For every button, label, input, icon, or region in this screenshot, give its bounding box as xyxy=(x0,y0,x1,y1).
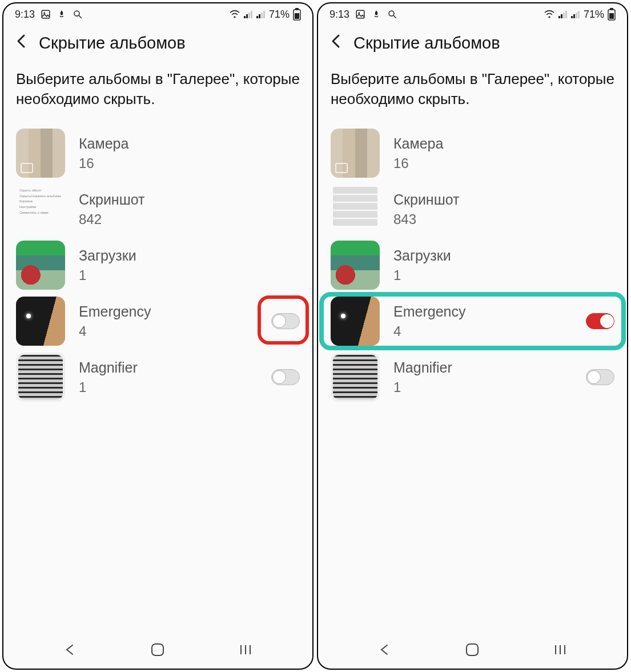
search-icon xyxy=(387,9,397,19)
status-time: 9:13 xyxy=(329,9,349,21)
search-icon xyxy=(73,9,83,19)
svg-rect-30 xyxy=(573,14,575,18)
page-title: Скрытие альбомов xyxy=(39,34,186,53)
album-name: Magnifier xyxy=(79,359,264,376)
wifi-icon xyxy=(544,10,555,19)
phone-screenshot-left: 9:13 71% Скрытие альбомов Выберите альбо… xyxy=(2,2,314,670)
app-header: Скрытие альбомов xyxy=(3,23,312,59)
svg-rect-16 xyxy=(152,644,163,655)
album-row-emergency[interactable]: Emergency 4 xyxy=(318,293,627,349)
svg-point-21 xyxy=(358,12,360,14)
signal-icon-2 xyxy=(571,10,580,18)
svg-rect-6 xyxy=(246,14,248,18)
album-name: Magnifier xyxy=(393,359,579,376)
album-count: 1 xyxy=(79,267,300,283)
subtitle: Выберите альбомы в "Галерее", которые не… xyxy=(3,59,312,125)
signal-icon-2 xyxy=(256,10,266,18)
album-row-magnifier[interactable]: Magnifier 1 xyxy=(3,349,312,405)
album-name: Загрузки xyxy=(79,247,300,264)
weather-icon xyxy=(57,9,67,19)
status-bar: 9:13 71% xyxy=(318,3,627,23)
status-time: 9:13 xyxy=(15,9,35,21)
page-title: Скрытие альбомов xyxy=(353,34,500,53)
back-button[interactable] xyxy=(16,33,27,53)
album-count: 842 xyxy=(79,211,300,227)
album-name: Emergency xyxy=(393,303,579,320)
svg-rect-10 xyxy=(259,14,260,18)
svg-rect-35 xyxy=(609,13,614,19)
svg-rect-8 xyxy=(251,11,252,18)
nav-home[interactable] xyxy=(449,642,495,657)
album-thumbnail xyxy=(16,241,65,290)
album-count: 4 xyxy=(393,323,579,339)
album-thumbnail xyxy=(331,297,380,346)
image-icon xyxy=(41,9,51,19)
album-thumbnail: Скрыть albumСкрыть/показать альбомыКорзи… xyxy=(16,185,65,234)
svg-rect-20 xyxy=(356,10,364,18)
album-thumbnail xyxy=(331,353,380,402)
weather-icon xyxy=(371,9,381,19)
svg-rect-9 xyxy=(256,16,258,18)
svg-rect-25 xyxy=(558,16,560,18)
nav-recents[interactable] xyxy=(223,644,268,655)
nav-home[interactable] xyxy=(135,642,180,657)
app-header: Скрытие альбомов xyxy=(318,23,627,59)
svg-point-24 xyxy=(548,16,550,18)
album-count: 16 xyxy=(393,155,614,171)
subtitle: Выберите альбомы в "Галерее", которые не… xyxy=(318,59,627,125)
nav-back[interactable] xyxy=(47,643,93,657)
svg-rect-26 xyxy=(561,14,562,18)
album-name: Камера xyxy=(393,135,614,152)
nav-bar xyxy=(318,634,627,669)
hide-toggle[interactable] xyxy=(271,313,300,329)
album-list: Камера 16 Скрыть albumСкрыть/показать ал… xyxy=(3,125,312,634)
album-thumbnail xyxy=(331,185,380,234)
hide-toggle[interactable] xyxy=(271,369,300,385)
svg-line-3 xyxy=(79,15,82,18)
svg-rect-28 xyxy=(565,11,567,18)
image-icon xyxy=(355,9,365,19)
album-thumbnail xyxy=(16,129,65,178)
album-thumbnail xyxy=(16,297,65,346)
nav-back[interactable] xyxy=(362,643,408,657)
album-row-magnifier[interactable]: Magnifier 1 xyxy=(318,349,627,405)
phone-screenshot-right: 9:13 71% Скрытие альбомов Выберите альбо… xyxy=(317,2,628,670)
album-list: Камера 16 Скриншот 843 Загрузки 1 Emerge… xyxy=(318,125,627,634)
album-count: 1 xyxy=(79,379,264,395)
battery-icon xyxy=(608,8,616,21)
svg-rect-15 xyxy=(295,13,299,19)
album-name: Emergency xyxy=(79,303,264,320)
battery-icon xyxy=(293,8,301,21)
status-bar: 9:13 71% xyxy=(3,3,312,23)
album-name: Камера xyxy=(79,135,300,152)
back-button[interactable] xyxy=(331,33,342,53)
album-row-screenshot[interactable]: Скриншот 843 xyxy=(318,181,627,237)
hide-toggle[interactable] xyxy=(586,313,614,329)
album-name: Загрузки xyxy=(393,247,614,264)
svg-rect-36 xyxy=(467,644,478,655)
hide-toggle[interactable] xyxy=(586,369,614,385)
svg-rect-0 xyxy=(42,10,50,18)
svg-rect-7 xyxy=(248,13,250,18)
svg-rect-29 xyxy=(571,16,573,18)
nav-recents[interactable] xyxy=(537,644,583,655)
signal-icon-1 xyxy=(558,10,568,18)
wifi-icon xyxy=(229,10,240,19)
signal-icon-1 xyxy=(244,10,253,18)
album-row-screenshot[interactable]: Скрыть albumСкрыть/показать альбомыКорзи… xyxy=(3,181,312,237)
album-thumbnail xyxy=(16,353,65,402)
album-row-downloads[interactable]: Загрузки 1 xyxy=(3,237,312,293)
svg-rect-12 xyxy=(263,11,265,18)
battery-percent: 71% xyxy=(584,9,604,21)
svg-rect-32 xyxy=(578,11,580,18)
nav-bar xyxy=(3,634,312,669)
album-row-emergency[interactable]: Emergency 4 xyxy=(3,293,312,349)
album-row-camera[interactable]: Камера 16 xyxy=(3,125,312,181)
album-count: 4 xyxy=(79,323,264,339)
album-row-downloads[interactable]: Загрузки 1 xyxy=(318,237,627,293)
svg-rect-5 xyxy=(244,16,246,18)
svg-point-22 xyxy=(389,11,394,16)
album-count: 843 xyxy=(393,211,614,227)
album-row-camera[interactable]: Камера 16 xyxy=(318,125,627,181)
svg-point-2 xyxy=(74,11,79,16)
